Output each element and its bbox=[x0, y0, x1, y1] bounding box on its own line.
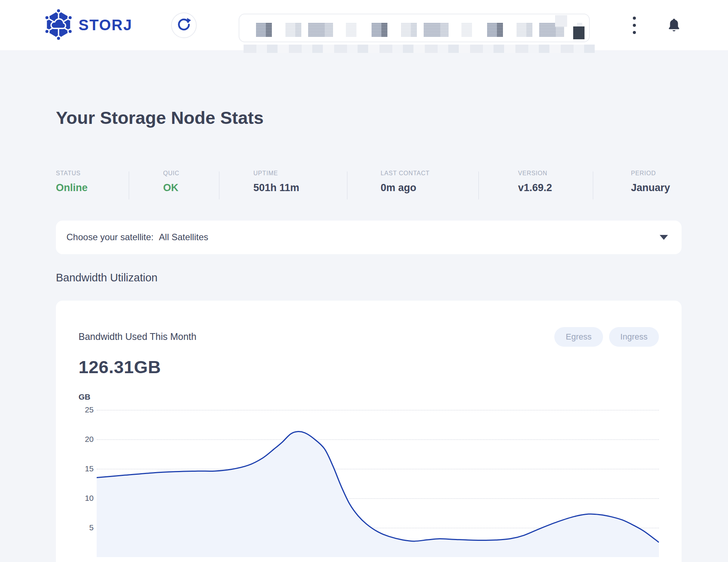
kebab-menu-button[interactable] bbox=[630, 14, 639, 37]
stat-value: Online bbox=[56, 182, 129, 194]
stat-label: UPTIME bbox=[253, 170, 347, 177]
kebab-dot bbox=[633, 31, 636, 34]
stat-value: OK bbox=[163, 182, 219, 194]
app-header: STORJ bbox=[0, 0, 728, 50]
page-title: Your Storage Node Stats bbox=[56, 107, 682, 129]
bandwidth-card: Bandwidth Used This Month Egress Ingress… bbox=[56, 301, 682, 562]
bell-icon bbox=[666, 17, 682, 33]
y-tick: 10 bbox=[85, 494, 94, 503]
stat-value: January bbox=[631, 182, 681, 194]
bandwidth-total: 126.31GB bbox=[79, 357, 659, 377]
bandwidth-section-heading: Bandwidth Utilization bbox=[56, 272, 682, 284]
stat-uptime: UPTIME 501h 11m bbox=[219, 170, 347, 194]
redacted-node-address-line2 bbox=[244, 45, 595, 53]
refresh-icon bbox=[176, 16, 192, 34]
refresh-button[interactable] bbox=[171, 12, 197, 38]
header-actions bbox=[630, 14, 682, 37]
bandwidth-card-header: Bandwidth Used This Month Egress Ingress bbox=[79, 327, 659, 347]
kebab-dot bbox=[633, 17, 636, 20]
stat-value: 501h 11m bbox=[253, 182, 347, 194]
stat-version: VERSION v1.69.2 bbox=[479, 170, 593, 194]
bandwidth-card-title: Bandwidth Used This Month bbox=[79, 331, 196, 342]
redacted-light-block bbox=[555, 15, 567, 27]
stat-last-contact: LAST CONTACT 0m ago bbox=[347, 170, 478, 194]
stat-label: STATUS bbox=[56, 170, 129, 177]
stat-label: LAST CONTACT bbox=[381, 170, 478, 177]
bandwidth-legend: Egress Ingress bbox=[554, 327, 659, 347]
chart-y-axis: 25 20 15 10 5 bbox=[79, 402, 94, 557]
redacted-dark-block bbox=[573, 26, 585, 39]
bandwidth-chart: 25 20 15 10 5 bbox=[79, 402, 659, 557]
storj-logo: STORJ bbox=[45, 9, 133, 42]
chart-plot-area[interactable] bbox=[97, 402, 659, 557]
kebab-dot bbox=[633, 24, 636, 27]
stat-label: PERIOD bbox=[631, 170, 681, 177]
storj-wordmark: STORJ bbox=[79, 17, 133, 34]
satellite-dropdown-label: Choose your satellite: bbox=[66, 232, 154, 242]
satellite-dropdown[interactable]: Choose your satellite: All Satellites bbox=[56, 221, 682, 254]
storj-logo-icon bbox=[45, 9, 72, 42]
y-tick: 20 bbox=[85, 435, 94, 444]
y-axis-unit-label: GB bbox=[79, 392, 659, 401]
chart-area-fill bbox=[97, 431, 659, 557]
stat-status: STATUS Online bbox=[56, 170, 129, 194]
ingress-toggle-button[interactable]: Ingress bbox=[609, 327, 659, 347]
stat-quic: QUIC OK bbox=[129, 170, 219, 194]
stat-label: VERSION bbox=[518, 170, 593, 177]
notifications-bell-button[interactable] bbox=[666, 17, 682, 33]
redacted-node-address bbox=[239, 14, 590, 42]
redacted-pixel-blocks bbox=[251, 23, 582, 37]
y-tick: 25 bbox=[85, 405, 94, 414]
egress-toggle-button[interactable]: Egress bbox=[554, 327, 603, 347]
chevron-down-icon bbox=[660, 235, 668, 240]
node-stats-row: STATUS Online QUIC OK UPTIME 501h 11m LA… bbox=[56, 170, 682, 199]
main-content: Your Storage Node Stats STATUS Online QU… bbox=[56, 107, 682, 562]
stat-value: 0m ago bbox=[381, 182, 478, 194]
stat-period: PERIOD January bbox=[593, 170, 681, 194]
y-tick: 5 bbox=[89, 523, 94, 532]
stat-label: QUIC bbox=[163, 170, 219, 177]
satellite-dropdown-value: All Satellites bbox=[159, 232, 208, 242]
stat-value: v1.69.2 bbox=[518, 182, 593, 194]
bandwidth-area-chart bbox=[97, 402, 659, 557]
y-tick: 15 bbox=[85, 464, 94, 473]
